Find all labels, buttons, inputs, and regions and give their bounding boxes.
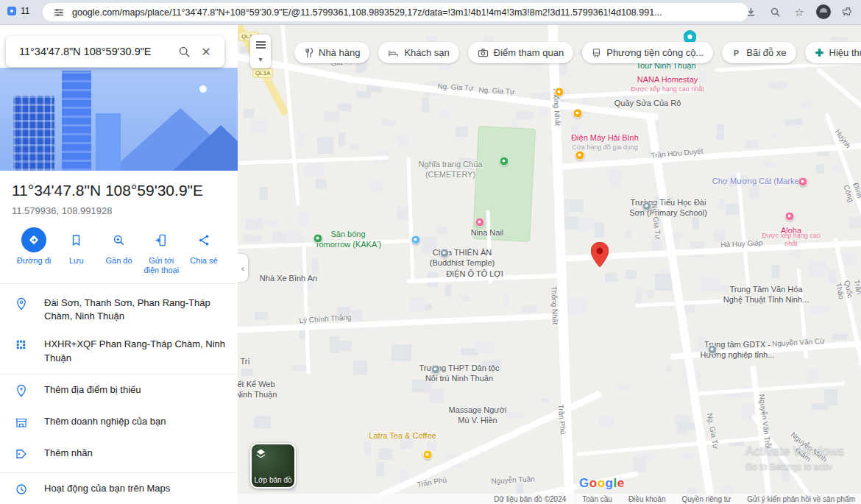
send-to-phone-button[interactable]: Gửi tới điện thoại: [141, 227, 182, 275]
divider: [0, 283, 238, 284]
building-footprint: [336, 340, 352, 351]
poi-icon[interactable]: [423, 450, 433, 460]
poi-icon[interactable]: [798, 177, 808, 187]
add-missing-place-row[interactable]: Thêm địa điểm bị thiếu: [0, 376, 238, 408]
profile-avatar[interactable]: [816, 4, 831, 19]
building-footprint: [324, 111, 340, 123]
map-poi-label[interactable]: Được xếp hạng cao nhất: [757, 232, 826, 249]
building-footprint: [625, 231, 631, 238]
directions-button[interactable]: Đường đi: [13, 227, 54, 275]
map-label: Massage Người Mù V. Hiền: [449, 405, 507, 426]
map-layers-button[interactable]: Lớp bản đồ: [250, 443, 296, 489]
save-button[interactable]: Lưu: [56, 227, 97, 275]
search-input[interactable]: [18, 45, 173, 58]
collapse-panel-button[interactable]: ‹: [238, 254, 248, 282]
building-footprint: [381, 120, 396, 127]
plus-code-row[interactable]: HXHR+XQF Phan Rang-Tháp Chàm, Ninh Thuận: [0, 330, 238, 372]
poi-icon[interactable]: [431, 365, 441, 375]
poi-icon[interactable]: [500, 157, 509, 166]
building-footprint: [353, 361, 368, 375]
poi-icon[interactable]: [313, 234, 323, 244]
address-text: Đài Sơn, Thanh Sơn, Phan Rang-Tháp Chàm,…: [44, 297, 226, 323]
address-row[interactable]: Đài Sơn, Thanh Sơn, Phan Rang-Tháp Chàm,…: [0, 289, 238, 330]
bookmark-star-icon[interactable]: ☆: [792, 4, 807, 19]
poi-icon[interactable]: [708, 345, 718, 355]
hero-building: [62, 71, 91, 171]
hotel-bed-icon: [388, 48, 399, 58]
place-coordinates: 11.579936, 108.991928: [12, 205, 226, 216]
maps-activity-text: Hoạt động của bạn trên Maps: [44, 482, 170, 495]
building-footprint: [255, 312, 268, 321]
road: [694, 382, 845, 396]
install-download-icon[interactable]: [743, 4, 758, 19]
poi-icon[interactable]: [440, 249, 450, 258]
add-business-row[interactable]: Thêm doanh nghiệp của bạn: [0, 408, 238, 439]
poi-icon[interactable]: [475, 218, 485, 227]
map-label: Trung Tâm Văn Hóa Nghệ Thuật Tỉnh Ninh..…: [723, 285, 809, 305]
footer-link-feedback[interactable]: Gửi ý kiến phản hồi về sản phẩm: [747, 495, 855, 503]
poi-icon[interactable]: [642, 202, 652, 211]
share-button[interactable]: Chia sẻ: [183, 227, 224, 275]
footer-link-terms[interactable]: Điều khoản: [628, 495, 666, 503]
chip-hotels[interactable]: Khách sạn: [378, 42, 458, 63]
map-poi-label[interactable]: Được xếp hạng cao nhất: [631, 85, 704, 93]
building-footprint: [516, 111, 534, 120]
chip-attractions[interactable]: Điểm tham quan: [468, 42, 573, 63]
road: [407, 157, 415, 283]
poi-icon[interactable]: [573, 109, 583, 118]
place-details-list: Đài Sơn, Thanh Sơn, Phan Rang-Tháp Chàm,…: [0, 289, 238, 504]
chip-transit[interactable]: Phương tiện công cộ...: [582, 42, 713, 63]
chip-label: Bãi đỗ xe: [746, 47, 786, 58]
maps-activity-row[interactable]: Hoạt động của bạn trên Maps: [0, 475, 238, 504]
map-poi-label[interactable]: Chợ Mương Cát (Market): [712, 177, 804, 187]
map-poi-label[interactable]: NANA Homestay: [637, 75, 698, 85]
poi-icon[interactable]: [575, 151, 585, 160]
map-poi-label[interactable]: Latra Tea & Coffee: [369, 431, 436, 441]
clear-search-icon[interactable]: ✕: [195, 40, 217, 63]
map-footer: Dữ liệu bản đồ ©2024 Toàn cầu Điều khoản…: [238, 494, 861, 504]
label-tag-icon: [15, 447, 29, 464]
browser-tab[interactable]: 11: [7, 6, 29, 16]
building-footprint: [605, 273, 618, 283]
building-footprint: [678, 422, 695, 430]
building-footprint: [824, 389, 837, 405]
search-box[interactable]: ✕: [6, 36, 224, 67]
map-category-chips: Nhà hàng Khách sạn Điểm tham quan Phương…: [294, 42, 861, 63]
chip-restaurants[interactable]: Nhà hàng: [294, 42, 369, 63]
parking-icon: P: [731, 48, 741, 58]
map-label: Nguyễn Tuân: [491, 475, 535, 486]
building-footprint: [376, 462, 384, 476]
chip-parking[interactable]: P Bãi đỗ xe: [722, 42, 796, 63]
map-label: ết Kế Web Ninh Thuận: [238, 380, 277, 400]
building-footprint: [463, 296, 470, 302]
hero-moon: [199, 85, 207, 93]
search-icon[interactable]: [173, 40, 195, 63]
building-footprint: [298, 132, 305, 146]
poi-icon[interactable]: [555, 88, 564, 97]
poi-icon[interactable]: [411, 235, 421, 245]
footer-link-globe[interactable]: Toàn cầu: [582, 495, 612, 503]
nearby-button[interactable]: Gần đó: [99, 227, 140, 275]
hero-building: [13, 96, 54, 171]
chip-pharmacies[interactable]: Hiệu thuốc: [805, 42, 861, 63]
address-bar[interactable]: google.com/maps/place/11°34'47.8"N+108°5…: [43, 3, 748, 21]
building-footprint: [521, 305, 537, 313]
location-marker-pin[interactable]: [591, 242, 609, 267]
building-footprint: [260, 187, 268, 200]
site-settings-icon[interactable]: [52, 5, 66, 20]
extensions-puzzle-icon[interactable]: [840, 4, 855, 19]
map-poi-label[interactable]: Sân bóng Tomorrow (KAKA'): [315, 230, 381, 250]
url-text[interactable]: google.com/maps/place/11°34'47.8"N+108°5…: [72, 7, 740, 18]
poi-icon[interactable]: [785, 212, 795, 221]
building-footprint: [692, 217, 700, 230]
map-menu-button[interactable]: ▾: [250, 35, 271, 68]
map-poi-label[interactable]: Điện Máy Hải Bình: [571, 133, 639, 143]
zoom-icon[interactable]: [768, 4, 782, 19]
add-label-row[interactable]: Thêm nhãn: [0, 439, 238, 471]
building-footprint: [567, 298, 587, 314]
building-footprint: [719, 199, 726, 210]
action-label: Chia sẻ: [190, 256, 217, 266]
map-canvas[interactable]: Gia TựNg. Gia TựNg. Gia TựThống NhấtTour…: [238, 24, 861, 504]
building-footprint: [599, 416, 614, 427]
footer-link-privacy[interactable]: Quyền riêng tư: [681, 495, 731, 503]
